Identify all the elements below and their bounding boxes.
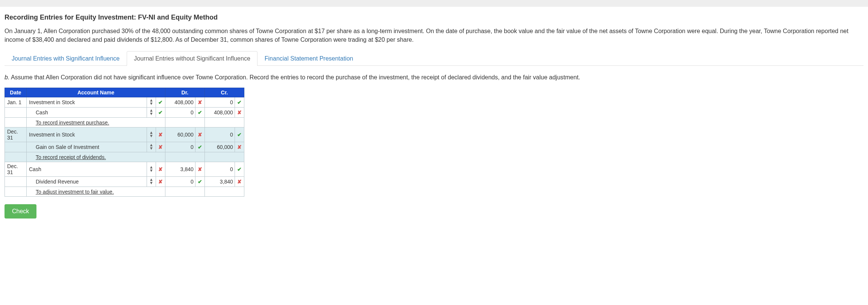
date-cell[interactable] bbox=[5, 108, 27, 118]
dr-cell[interactable] bbox=[165, 187, 205, 197]
cr-mark: ✘ bbox=[235, 108, 244, 118]
col-date: Date bbox=[5, 88, 27, 97]
account-sort[interactable]: ▲▼ bbox=[147, 108, 156, 118]
account-mark: ✘ bbox=[156, 142, 165, 152]
cross-icon: ✘ bbox=[198, 166, 202, 172]
memo-cell[interactable]: To adjust investment to fair value. bbox=[27, 187, 165, 197]
check-icon: ✔ bbox=[237, 132, 242, 138]
account-mark: ✘ bbox=[156, 127, 165, 142]
col-dr: Dr. bbox=[165, 88, 205, 97]
account-sort[interactable]: ▲▼ bbox=[147, 127, 156, 142]
cr-cell[interactable]: 0 bbox=[205, 162, 235, 177]
check-icon: ✔ bbox=[237, 99, 242, 105]
cr-mark: ✘ bbox=[235, 177, 244, 187]
account-sort[interactable]: ▲▼ bbox=[147, 162, 156, 177]
cr-cell[interactable] bbox=[205, 118, 244, 127]
date-cell[interactable] bbox=[5, 177, 27, 187]
check-icon: ✔ bbox=[198, 109, 202, 115]
cr-cell[interactable]: 60,000 bbox=[205, 142, 235, 152]
account-cell[interactable]: Investment in Stock bbox=[27, 97, 147, 108]
cross-icon: ✘ bbox=[198, 99, 202, 105]
table-row: Dividend Revenue▲▼✘0✔3,840✘ bbox=[5, 177, 244, 187]
dr-mark: ✔ bbox=[195, 177, 205, 187]
date-cell[interactable]: Jan. 1 bbox=[5, 97, 27, 108]
dr-cell[interactable] bbox=[165, 152, 205, 162]
cross-icon: ✘ bbox=[158, 166, 163, 172]
dr-mark: ✘ bbox=[195, 97, 205, 108]
dr-cell[interactable] bbox=[165, 118, 205, 127]
cr-mark: ✔ bbox=[235, 97, 244, 108]
dr-cell[interactable]: 0 bbox=[165, 177, 195, 187]
dr-cell[interactable]: 3,840 bbox=[165, 162, 195, 177]
cross-icon: ✘ bbox=[237, 109, 242, 115]
sort-icon[interactable]: ▲▼ bbox=[149, 178, 153, 185]
cr-cell[interactable]: 3,840 bbox=[205, 177, 235, 187]
cross-icon: ✘ bbox=[158, 179, 163, 185]
tab-significant[interactable]: Journal Entries with Significant Influen… bbox=[5, 51, 127, 66]
page-title: Recording Entries for Equity Investment:… bbox=[5, 14, 863, 21]
cross-icon: ✘ bbox=[198, 132, 202, 138]
cr-cell[interactable]: 0 bbox=[205, 127, 235, 142]
dr-cell[interactable]: 0 bbox=[165, 108, 195, 118]
cross-icon: ✘ bbox=[158, 132, 163, 138]
check-icon: ✔ bbox=[198, 179, 202, 185]
tab-financial-presentation[interactable]: Financial Statement Presentation bbox=[258, 51, 361, 66]
check-button[interactable]: Check bbox=[5, 204, 36, 219]
dr-mark: ✘ bbox=[195, 162, 205, 177]
dr-mark: ✔ bbox=[195, 108, 205, 118]
sort-icon[interactable]: ▲▼ bbox=[149, 109, 153, 115]
account-cell[interactable]: Cash bbox=[27, 108, 147, 118]
account-sort[interactable]: ▲▼ bbox=[147, 142, 156, 152]
cr-cell[interactable]: 0 bbox=[205, 97, 235, 108]
dr-mark: ✘ bbox=[195, 127, 205, 142]
date-cell[interactable]: Dec. 31 bbox=[5, 162, 27, 177]
cr-cell[interactable]: 408,000 bbox=[205, 108, 235, 118]
tab-without-significant[interactable]: Journal Entries without Significant Infl… bbox=[127, 51, 258, 66]
account-cell[interactable]: Gain on Sale of Investment bbox=[27, 142, 147, 152]
top-grey-bar bbox=[0, 0, 868, 7]
table-row: Jan. 1Investment in Stock▲▼✔408,000✘0✔ bbox=[5, 97, 244, 108]
journal-table: Date Account Name Dr. Cr. Jan. 1Investme… bbox=[5, 88, 244, 197]
account-mark: ✔ bbox=[156, 97, 165, 108]
dr-cell[interactable]: 60,000 bbox=[165, 127, 195, 142]
table-row: Cash▲▼✔0✔408,000✘ bbox=[5, 108, 244, 118]
table-row: Dec. 31Investment in Stock▲▼✘60,000✘0✔ bbox=[5, 127, 244, 142]
part-instruction: b. Assume that Allen Corporation did not… bbox=[5, 74, 863, 81]
account-sort[interactable]: ▲▼ bbox=[147, 97, 156, 108]
date-cell[interactable] bbox=[5, 142, 27, 152]
sort-icon[interactable]: ▲▼ bbox=[149, 131, 153, 138]
date-cell[interactable] bbox=[5, 187, 27, 197]
date-cell[interactable] bbox=[5, 118, 27, 127]
dr-mark: ✔ bbox=[195, 142, 205, 152]
dr-cell[interactable]: 0 bbox=[165, 142, 195, 152]
table-row: To adjust investment to fair value. bbox=[5, 187, 244, 197]
memo-cell[interactable]: To record investment purchase. bbox=[27, 118, 165, 127]
account-cell[interactable]: Investment in Stock bbox=[27, 127, 147, 142]
check-icon: ✔ bbox=[237, 166, 242, 172]
col-cr: Cr. bbox=[205, 88, 244, 97]
account-cell[interactable]: Dividend Revenue bbox=[27, 177, 147, 187]
account-mark: ✘ bbox=[156, 177, 165, 187]
cr-cell[interactable] bbox=[205, 187, 244, 197]
account-mark: ✘ bbox=[156, 162, 165, 177]
dr-cell[interactable]: 408,000 bbox=[165, 97, 195, 108]
col-account: Account Name bbox=[27, 88, 165, 97]
sort-icon[interactable]: ▲▼ bbox=[149, 99, 153, 105]
cross-icon: ✘ bbox=[158, 144, 163, 150]
cross-icon: ✘ bbox=[237, 179, 242, 185]
account-sort[interactable]: ▲▼ bbox=[147, 177, 156, 187]
instruction-text: Assume that Allen Corporation did not ha… bbox=[9, 74, 580, 80]
account-cell[interactable]: Cash bbox=[27, 162, 147, 177]
table-row: To record investment purchase. bbox=[5, 118, 244, 127]
cr-cell[interactable] bbox=[205, 152, 244, 162]
sort-icon[interactable]: ▲▼ bbox=[149, 143, 153, 150]
problem-description: On January 1, Allen Corporation purchase… bbox=[5, 27, 863, 44]
date-cell[interactable]: Dec. 31 bbox=[5, 127, 27, 142]
memo-cell[interactable]: To record receipt of dividends. bbox=[27, 152, 165, 162]
part-letter: b. bbox=[5, 74, 9, 80]
sort-icon[interactable]: ▲▼ bbox=[149, 165, 153, 172]
date-cell[interactable] bbox=[5, 152, 27, 162]
check-icon: ✔ bbox=[198, 144, 202, 150]
cr-mark: ✔ bbox=[235, 127, 244, 142]
cr-mark: ✘ bbox=[235, 142, 244, 152]
